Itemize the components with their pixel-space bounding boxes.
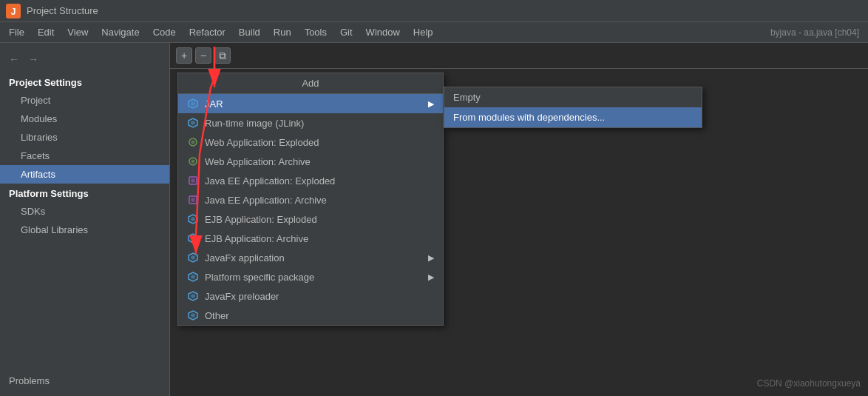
menu-item-file[interactable]: File (3, 24, 30, 40)
menu-item-run[interactable]: Run (268, 24, 297, 40)
menu-item-navigate[interactable]: Navigate (95, 24, 145, 40)
watermark: CSDN @xiaohutongxueya (757, 378, 861, 389)
content-area: + − ⧉ Add JAR ▶ Run- (170, 43, 868, 396)
jar-submenu: Empty From modules with dependencies... (444, 87, 702, 128)
svg-marker-25 (191, 313, 195, 318)
svg-point-7 (191, 141, 195, 144)
javaee-exploded-icon (187, 175, 199, 187)
sidebar: ← → Project Settings Project Modules Lib… (0, 43, 170, 396)
forward-button[interactable]: → (25, 52, 41, 67)
svg-marker-23 (191, 294, 195, 298)
menu-item-webapp-exploded[interactable]: Web Application: Exploded (178, 132, 443, 152)
javafx-app-arrow: ▶ (428, 253, 434, 263)
javafx-preloader-icon (187, 290, 199, 302)
svg-marker-21 (191, 275, 195, 279)
sidebar-item-modules[interactable]: Modules (0, 110, 169, 128)
menu-item-git[interactable]: Git (334, 24, 359, 40)
copy-button[interactable]: ⧉ (214, 47, 231, 64)
dropdown-container: Add JAR ▶ Run-time image (JLink) (177, 73, 702, 326)
javaee-archive-icon (187, 194, 199, 206)
svg-marker-19 (191, 255, 195, 260)
project-settings-title: Project Settings (0, 73, 169, 91)
svg-marker-5 (191, 121, 195, 125)
main-content: ← → Project Settings Project Modules Lib… (0, 43, 868, 396)
menu-item-help[interactable]: Help (407, 24, 439, 40)
sidebar-item-problems[interactable]: Problems (0, 372, 169, 390)
menu-item-javafx-preloader[interactable]: JavaFx preloader (178, 286, 443, 306)
sidebar-item-artifacts[interactable]: Artifacts (0, 165, 169, 184)
menu-item-webapp-archive[interactable]: Web Application: Archive (178, 152, 443, 171)
remove-button[interactable]: − (195, 47, 211, 64)
other-icon (187, 309, 199, 321)
add-menu: Add JAR ▶ Run-time image (JLink) (177, 73, 444, 326)
toolbar-row: + − ⧉ (170, 43, 868, 69)
menu-item-edit[interactable]: Edit (32, 24, 60, 40)
menu-item-ejb-exploded[interactable]: EJB Application: Exploded (178, 209, 443, 229)
title-bar: J Project Structure (0, 0, 868, 22)
menu-item-view[interactable]: View (61, 24, 94, 40)
menu-item-refactor[interactable]: Refactor (183, 24, 231, 40)
platform-pkg-arrow: ▶ (428, 272, 434, 282)
menu-item-window[interactable]: Window (360, 24, 406, 40)
submenu-item-empty[interactable]: Empty (444, 87, 702, 107)
ejb-exploded-icon (187, 213, 199, 225)
jar-arrow: ▶ (428, 99, 434, 109)
back-button[interactable]: ← (6, 52, 22, 67)
menu-item-other[interactable]: Other (178, 306, 443, 325)
webapp-exploded-icon (187, 136, 199, 148)
menu-item-build[interactable]: Build (233, 24, 266, 40)
svg-rect-13 (191, 198, 195, 202)
sidebar-item-global-libraries[interactable]: Global Libraries (0, 221, 169, 239)
sidebar-item-sdks[interactable]: SDKs (0, 202, 169, 221)
svg-marker-15 (191, 217, 195, 221)
sidebar-item-facets[interactable]: Facets (0, 147, 169, 165)
menu-item-jlink[interactable]: Run-time image (JLink) (178, 113, 443, 132)
svg-text:J: J (11, 7, 16, 17)
menu-item-platform-pkg[interactable]: Platform specific package ▶ (178, 267, 443, 286)
app-logo: J (6, 4, 21, 19)
sidebar-item-project[interactable]: Project (0, 91, 169, 110)
webapp-archive-icon (187, 155, 199, 167)
add-button[interactable]: + (176, 47, 192, 64)
menu-bar: File Edit View Navigate Code Refactor Bu… (0, 22, 868, 43)
menu-item-jar[interactable]: JAR ▶ (178, 94, 443, 113)
jlink-icon (187, 117, 199, 129)
svg-marker-17 (191, 236, 195, 241)
window-info: byjava - aa.java [ch04] (770, 27, 865, 38)
nav-arrows: ← → (0, 49, 169, 73)
window-title: Project Structure (27, 5, 98, 16)
platform-pkg-icon (187, 271, 199, 283)
menu-item-javaee-archive[interactable]: Java EE Application: Archive (178, 190, 443, 209)
submenu-item-from-modules[interactable]: From modules with dependencies... (444, 107, 702, 127)
menu-item-javaee-exploded[interactable]: Java EE Application: Exploded (178, 171, 443, 190)
menu-item-ejb-archive[interactable]: EJB Application: Archive (178, 229, 443, 248)
svg-rect-11 (191, 179, 195, 183)
svg-point-9 (191, 160, 195, 164)
jar-icon (187, 98, 199, 110)
ejb-archive-icon (187, 232, 199, 244)
add-menu-header: Add (178, 73, 443, 94)
sidebar-item-libraries[interactable]: Libraries (0, 128, 169, 147)
svg-marker-3 (191, 101, 195, 106)
platform-settings-title: Platform Settings (0, 184, 169, 202)
javafx-app-icon (187, 252, 199, 264)
menu-item-javafx-app[interactable]: JavaFx application ▶ (178, 248, 443, 267)
menu-item-code[interactable]: Code (147, 24, 182, 40)
menu-item-tools[interactable]: Tools (299, 24, 333, 40)
